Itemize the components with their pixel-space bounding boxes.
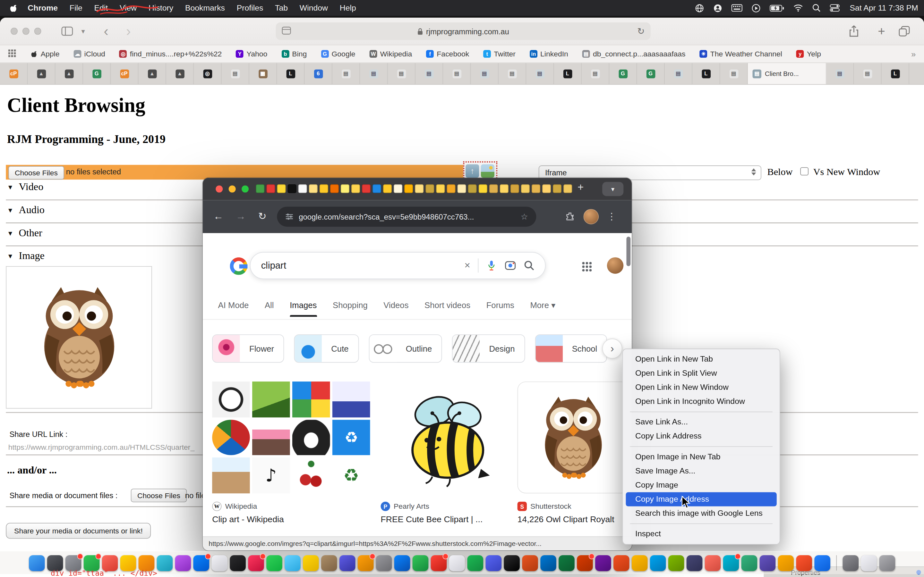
minimize-window-button[interactable] [229, 185, 236, 193]
favorite-google[interactable]: GGoogle [321, 50, 355, 58]
safari-tab[interactable]: ◎ [194, 63, 221, 84]
zoom-window-button[interactable] [34, 27, 41, 35]
clear-search-icon[interactable]: × [464, 259, 470, 271]
scrollbar-thumb[interactable] [626, 237, 630, 266]
dock-app-icon[interactable] [522, 555, 538, 571]
extensions-puzzle-icon[interactable] [565, 212, 575, 224]
pie-clipart[interactable] [212, 420, 250, 455]
dock-app-icon[interactable] [760, 555, 776, 571]
safari-tab[interactable]: L [882, 63, 909, 84]
safari-tab[interactable]: cP [111, 63, 138, 84]
section-video[interactable]: ▼ Video [7, 181, 43, 193]
chrome-menu-dots-icon[interactable]: ⋮ [607, 200, 616, 233]
dock-app-icon[interactable] [65, 555, 81, 571]
voice-search-mic-icon[interactable] [486, 259, 497, 272]
menu-item-view[interactable]: View [114, 3, 143, 13]
dock-app-icon[interactable] [614, 555, 630, 571]
result-title[interactable]: 14,226 Owl Clipart Royalt [517, 514, 627, 524]
search-icon[interactable] [524, 260, 535, 271]
chrome-mini-tab[interactable] [447, 184, 456, 193]
favorite-icloud[interactable]: ☁iCloud [74, 50, 105, 58]
dock-app-icon[interactable] [449, 555, 465, 571]
close-window-button[interactable] [216, 185, 223, 193]
chrome-mini-tab[interactable] [288, 184, 296, 193]
flask-clipart[interactable] [333, 382, 370, 417]
reload-icon[interactable]: ↻ [637, 23, 645, 40]
safari-tab[interactable]: ▤ [333, 63, 360, 84]
dock-app-icon[interactable] [485, 555, 501, 571]
sidebar-chevron-icon[interactable]: ▾ [81, 18, 85, 45]
chrome-mini-tab[interactable] [404, 184, 413, 193]
chrome-mini-tab[interactable] [351, 184, 360, 193]
share-submit-button[interactable]: Share your media or documents or link! [6, 523, 151, 539]
context-item-save-link-as[interactable]: Save Link As... [626, 415, 777, 429]
dock-app-icon[interactable] [467, 555, 483, 571]
google-profile-avatar[interactable] [607, 258, 624, 274]
dock-app-icon[interactable] [577, 555, 593, 571]
dock-app-icon[interactable] [861, 555, 877, 571]
chrome-mini-tab[interactable] [478, 184, 487, 193]
safari-tab[interactable]: L [554, 63, 582, 84]
tab-overview-icon[interactable] [899, 26, 910, 39]
favorite-apple[interactable]: Apple [30, 50, 60, 58]
chrome-mini-tab[interactable] [425, 184, 435, 193]
address-bar[interactable]: rjmprogramming.com.au ↻ [276, 23, 651, 40]
chrome-mini-tab[interactable] [373, 184, 381, 193]
dock-app-icon[interactable] [705, 555, 721, 571]
safari-tab[interactable]: G [637, 63, 665, 84]
context-item-copy-image[interactable]: Copy Image [626, 478, 777, 492]
forward-button[interactable]: › [126, 18, 131, 45]
dock-app-icon[interactable] [193, 555, 209, 571]
battery-icon[interactable] [770, 5, 784, 11]
chrome-mini-tab[interactable] [553, 184, 562, 193]
clipart-collage-result[interactable]: ♻♪♻ [212, 382, 370, 493]
section-other[interactable]: ▼ Other [7, 227, 42, 239]
recycle-clipart[interactable]: ♻ [333, 458, 370, 493]
menu-item-help[interactable]: Help [334, 3, 362, 13]
dock-app-icon[interactable] [376, 555, 392, 571]
favorite-the-weather-channel[interactable]: ☀The Weather Channel [700, 50, 782, 58]
section-audio[interactable]: ▼ Audio [7, 204, 45, 216]
chrome-mini-tab[interactable] [564, 184, 572, 193]
owl-clipart-result[interactable] [517, 382, 630, 493]
chrome-mini-tab[interactable] [531, 184, 541, 193]
chrome-mini-tab[interactable] [266, 184, 275, 193]
context-item-open-link-in-new-tab[interactable]: Open Link in New Tab [626, 352, 777, 366]
menu-item-history[interactable]: History [143, 3, 179, 13]
chip-outline[interactable]: Outline [368, 334, 442, 363]
safari-tab[interactable]: ▲ [166, 63, 194, 84]
chrome-mini-tab[interactable] [500, 184, 509, 193]
forward-button[interactable]: → [236, 200, 246, 233]
dock-app-icon[interactable] [723, 555, 739, 571]
dock-app-icon[interactable] [29, 555, 45, 571]
favorites-overflow-chevron[interactable]: » [911, 49, 916, 58]
safari-tab[interactable]: ▤ [222, 63, 249, 84]
reload-button[interactable]: ↻ [258, 200, 266, 233]
dock-app-icon[interactable] [321, 555, 337, 571]
chip-cute[interactable]: Cute [294, 334, 359, 363]
new-tab-button[interactable]: + [577, 181, 583, 194]
chrome-mini-tab[interactable] [457, 184, 466, 193]
dock-app-icon[interactable] [504, 555, 520, 571]
new-tab-button[interactable]: + [878, 18, 885, 45]
dock-app-icon[interactable] [394, 555, 410, 571]
safari-tab[interactable]: ▲ [139, 63, 166, 84]
penguin-clipart[interactable] [292, 420, 330, 455]
google-tab-images[interactable]: Images [290, 300, 317, 309]
dock-app-icon[interactable] [230, 555, 246, 571]
chrome-mini-tab[interactable] [309, 184, 318, 193]
safari-tab[interactable]: ▤ [720, 63, 748, 84]
chrome-mini-tab[interactable] [330, 184, 339, 193]
dock-app-icon[interactable] [559, 555, 575, 571]
chrome-mini-tab[interactable] [468, 184, 477, 193]
corn-clipart[interactable] [252, 382, 290, 417]
favorites-grid-icon[interactable] [8, 49, 16, 58]
control-center-icon[interactable] [830, 4, 840, 12]
dock-app-icon[interactable] [650, 555, 666, 571]
dock-app-icon[interactable] [595, 555, 611, 571]
user-badge-icon[interactable] [713, 3, 722, 13]
bin-clipart[interactable]: ♻ [333, 420, 370, 455]
cake-clipart[interactable] [252, 420, 290, 455]
dock-app-icon[interactable] [879, 555, 895, 571]
choose-files-button[interactable]: Choose Files [8, 166, 64, 179]
